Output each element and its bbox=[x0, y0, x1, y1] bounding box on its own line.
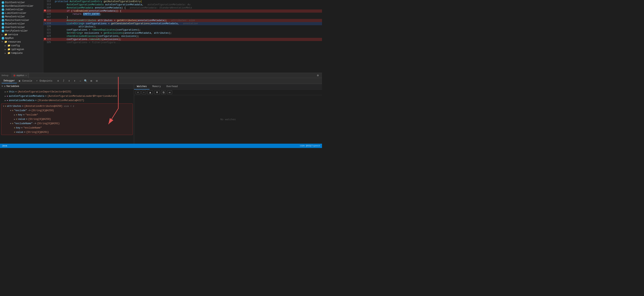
code-editor[interactable]: 112 protected AutoConfigurationEntry get… bbox=[44, 0, 322, 73]
sidebar-label: resources bbox=[8, 41, 21, 43]
sidebar-item-usercontroller[interactable]: C UserController bbox=[0, 26, 43, 29]
sidebar-item-apprun[interactable]: C AppRun bbox=[0, 36, 43, 40]
watch-down-button[interactable]: ▼ bbox=[154, 90, 160, 94]
collapse-icon[interactable]: ▼ bbox=[2, 85, 3, 87]
copy-watch-button[interactable]: ⧉ bbox=[161, 90, 166, 94]
var-row-exclude[interactable]: ▼ ≡ "exclude" -> {String[0]@4259} bbox=[2, 108, 132, 113]
tab-overhead[interactable]: Overhead bbox=[164, 84, 180, 89]
run-to-cursor-icon[interactable]: → bbox=[78, 79, 82, 83]
folder-icon: 📁 bbox=[8, 52, 10, 55]
no-watches-text: No watches bbox=[220, 118, 236, 121]
watermark: CSDN @闲瑞子speech bbox=[300, 144, 320, 147]
infinity-button[interactable]: ∞ bbox=[167, 90, 172, 94]
var-row-excludename-val[interactable]: ≡ value = {String[0]@4261} bbox=[2, 130, 132, 134]
sidebar-item-monitorcontroller[interactable]: C MonitorController bbox=[0, 18, 43, 22]
watch-up-button[interactable]: ▲ bbox=[147, 90, 153, 94]
debug-tab-bar: Debugger ▣ Console ⚡ Endpoints ≡ ⤴ ⬇ ⬆ →… bbox=[0, 78, 322, 84]
class-icon: C bbox=[2, 8, 4, 11]
sidebar-item-config[interactable]: ▶ 📁 config bbox=[0, 44, 43, 47]
code-line-114: 114 AnnotationMetadata annotationMetadat… bbox=[44, 6, 322, 9]
sidebar-label: RoleController bbox=[5, 22, 25, 25]
var-row-attributes[interactable]: ▼ ≡ attributes = {AnnotationAttributes@4… bbox=[2, 104, 132, 108]
expand-icon[interactable]: ▶ bbox=[14, 118, 15, 121]
sidebar-item-dictcontroller[interactable]: C DictController bbox=[0, 1, 43, 4]
expand-icon[interactable]: ▶ bbox=[14, 113, 15, 116]
sidebar-item-resources[interactable]: ▼ 📁 resources bbox=[0, 40, 43, 44]
sidebar-label: MenuController bbox=[5, 15, 25, 18]
debugger-panel: Debug: 🐞 AppRun ✕ ⚙ Debugger ▣ Console ⚡… bbox=[0, 73, 322, 144]
evaluate-icon[interactable]: 🔍 bbox=[84, 79, 88, 83]
var-row-this[interactable]: ▶ ≡ this = {AutoConfigurationImportSelec… bbox=[0, 90, 134, 94]
var-row-autoconfigmeta[interactable]: ▶ ● autoConfigurationMetadata = {AutoCon… bbox=[0, 94, 134, 98]
add-watch-button[interactable]: + bbox=[136, 90, 140, 94]
var-type-icon: ≡ bbox=[16, 113, 17, 117]
class-icon: C bbox=[2, 5, 4, 7]
sidebar-item-rolecontroller[interactable]: C RoleController bbox=[0, 22, 43, 26]
sidebar-label: LimitController bbox=[5, 12, 26, 14]
sidebar-item-ip2region[interactable]: ▶ 📁 ip2region bbox=[0, 47, 43, 51]
sidebar-item-service[interactable]: ▶ 📁 service bbox=[0, 33, 43, 36]
sidebar-item-template[interactable]: ▶ 📁 template bbox=[0, 51, 43, 55]
code-line-125: 125 configurations = filter(configura... bbox=[44, 41, 322, 44]
code-area: C DictController C DictDetailController … bbox=[0, 0, 322, 73]
variables-header: ▼ ⊛ Variables bbox=[0, 84, 134, 89]
expand-icon[interactable]: ▼ bbox=[3, 105, 4, 108]
list-icon[interactable]: ≡ bbox=[56, 79, 60, 83]
expand-icon[interactable]: ▼ bbox=[10, 122, 11, 125]
code-line-118: 118 AnnotationAttributes attributes = ge… bbox=[44, 19, 322, 22]
class-icon: C bbox=[2, 12, 4, 14]
sidebar-item-dictdetailcontroller[interactable]: C DictDetailController bbox=[0, 4, 43, 8]
class-icon: C bbox=[2, 29, 4, 32]
expand-icon[interactable]: ▼ bbox=[10, 109, 11, 112]
class-icon: C bbox=[2, 22, 4, 25]
var-row-excludename[interactable]: ▼ ≡ "excludeName" -> {String[0]@4261} bbox=[2, 121, 132, 126]
expand-icon[interactable]: ▶ bbox=[5, 99, 6, 102]
run-icon: 🐞 bbox=[13, 74, 16, 77]
step-over-icon[interactable]: ⤴ bbox=[62, 79, 66, 83]
sidebar-item-verifycontroller[interactable]: C VerifyController bbox=[0, 29, 43, 33]
sidebar-item-jobcontroller[interactable]: C JobController bbox=[0, 8, 43, 11]
expand-icon: ▶ bbox=[2, 33, 4, 36]
expand-icon[interactable]: ▶ bbox=[5, 95, 6, 98]
sidebar-label: MonitorController bbox=[5, 19, 29, 22]
var-row-annotmeta[interactable]: ▶ ● annotationMetadata = {StandardAnnota… bbox=[0, 98, 134, 103]
folder-icon: 📁 bbox=[4, 33, 7, 36]
status-bar: Java CSDN @闲瑞子speech bbox=[0, 144, 322, 148]
expand-icon: ▼ bbox=[2, 41, 4, 43]
var-row-exclude-val[interactable]: ▶ ≡ value = {String[0]@4259} bbox=[2, 117, 132, 121]
tab-debugger[interactable]: Debugger bbox=[2, 79, 17, 83]
tab-console[interactable]: ▣ Console bbox=[17, 79, 34, 83]
tab-memory[interactable]: Memory bbox=[150, 84, 164, 89]
debug-run-tab[interactable]: 🐞 AppRun ✕ bbox=[11, 73, 29, 78]
code-line-121: 121 configurations = removeDuplicates(co… bbox=[44, 28, 322, 31]
sidebar-item-limitcontroller[interactable]: C LimitController bbox=[0, 11, 43, 15]
filter-icon[interactable]: ⊛ bbox=[4, 85, 6, 88]
debug-label: Debug: bbox=[2, 74, 10, 77]
class-icon: C bbox=[2, 15, 4, 18]
var-row-excludename-key[interactable]: ≡ key = "excludeName" bbox=[2, 126, 132, 130]
class-icon: C bbox=[2, 37, 4, 40]
var-type-icon: ≡ bbox=[12, 109, 14, 112]
remove-watch-button[interactable]: − bbox=[142, 90, 146, 94]
columns-icon[interactable]: ⊟ bbox=[95, 79, 99, 83]
file-tree: C DictController C DictDetailController … bbox=[0, 0, 44, 73]
step-into-icon[interactable]: ⬇ bbox=[67, 79, 72, 83]
endpoints-icon: ⚡ bbox=[36, 80, 38, 82]
close-tab-icon[interactable]: ✕ bbox=[26, 74, 26, 77]
step-out-icon[interactable]: ⬆ bbox=[72, 79, 77, 83]
sidebar-label: service bbox=[8, 33, 18, 36]
watches-toolbar: + − ▲ ▼ ⧉ ∞ bbox=[134, 90, 322, 95]
sidebar-label: DictDetailController bbox=[5, 5, 34, 7]
expand-icon[interactable]: ▶ bbox=[5, 90, 6, 93]
grid-icon[interactable]: ⊞ bbox=[89, 79, 94, 83]
code-lines: 112 protected AutoConfigurationEntry get… bbox=[44, 0, 322, 44]
code-line-117: 117 } bbox=[44, 16, 322, 19]
tab-watches[interactable]: Watches bbox=[134, 84, 150, 89]
settings-icon[interactable]: ⚙ bbox=[316, 73, 320, 78]
debug-content: ▼ ⊛ Variables ▶ ≡ this = {AutoConfigurat… bbox=[0, 84, 322, 144]
code-line-116: 116 return EMPTY_ENTRY; bbox=[44, 12, 322, 16]
var-row-exclude-key[interactable]: ▶ ≡ key = "exclude" bbox=[2, 113, 132, 117]
var-type-icon: ≡ bbox=[12, 122, 14, 125]
sidebar-item-menucontroller[interactable]: C MenuController bbox=[0, 15, 43, 18]
tab-endpoints[interactable]: ⚡ Endpoints bbox=[34, 79, 54, 83]
